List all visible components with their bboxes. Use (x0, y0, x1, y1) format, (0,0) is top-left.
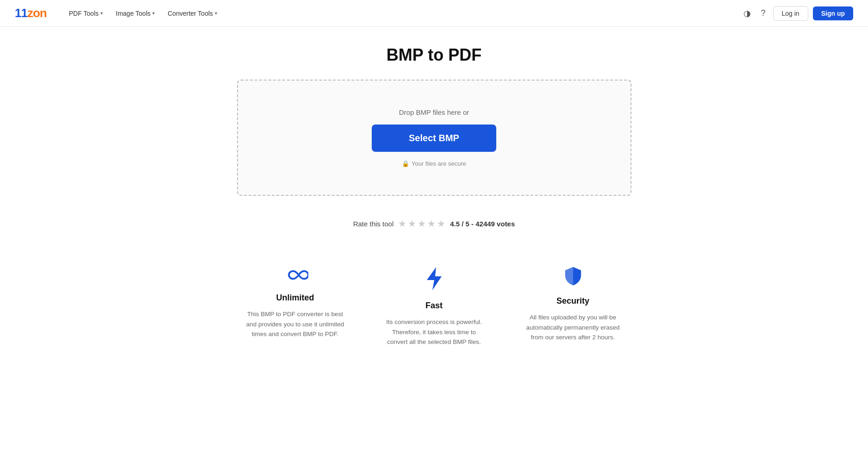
unlimited-title: Unlimited (276, 293, 314, 303)
login-button[interactable]: Log in (773, 6, 808, 21)
security-title: Security (556, 296, 589, 306)
nav-converter-tools[interactable]: Converter Tools ▾ (162, 6, 223, 21)
star-rating[interactable]: ★ ★ ★ ★ ★ (398, 218, 445, 229)
contrast-icon: ◑ (743, 8, 751, 19)
fast-title: Fast (425, 301, 443, 311)
chevron-down-icon: ▾ (215, 11, 217, 16)
features-section: Unlimited This BMP to PDF converter is b… (237, 257, 631, 366)
lock-icon: 🔒 (402, 160, 409, 167)
infinity-icon (282, 266, 308, 287)
chevron-down-icon: ▾ (100, 11, 103, 16)
navbar: 11zon PDF Tools ▾ Image Tools ▾ Converte… (0, 0, 868, 27)
drop-zone[interactable]: Drop BMP files here or Select BMP 🔒 Your… (237, 80, 631, 196)
page-title: BMP to PDF (237, 45, 631, 65)
star-1[interactable]: ★ (398, 218, 406, 229)
feature-fast: Fast Its conversion process is powerful.… (383, 266, 485, 347)
help-icon: ? (761, 8, 766, 18)
secure-text: 🔒 Your files are secure (402, 160, 466, 167)
star-2[interactable]: ★ (408, 218, 416, 229)
shield-icon (563, 266, 583, 290)
select-bmp-button[interactable]: Select BMP (372, 125, 496, 152)
fast-desc: Its conversion process is powerful. Ther… (383, 317, 485, 347)
nav-links: PDF Tools ▾ Image Tools ▾ Converter Tool… (63, 6, 741, 21)
unlimited-desc: This BMP to PDF converter is best and pr… (244, 309, 346, 339)
nav-image-tools[interactable]: Image Tools ▾ (110, 6, 160, 21)
drop-text: Drop BMP files here or (399, 108, 469, 116)
star-5[interactable]: ★ (437, 218, 445, 229)
nav-pdf-tools[interactable]: PDF Tools ▾ (63, 6, 108, 21)
help-button[interactable]: ? (758, 6, 768, 21)
rate-label: Rate this tool (353, 220, 394, 228)
feature-security: Security All files uploaded by you will … (522, 266, 624, 347)
star-4[interactable]: ★ (427, 218, 436, 229)
signup-button[interactable]: Sign up (813, 6, 853, 20)
feature-unlimited: Unlimited This BMP to PDF converter is b… (244, 266, 346, 347)
logo[interactable]: 11zon (15, 6, 47, 20)
security-desc: All files uploaded by you will be automa… (522, 312, 624, 343)
theme-toggle-button[interactable]: ◑ (741, 6, 754, 21)
nav-right: ◑ ? Log in Sign up (741, 6, 854, 21)
chevron-down-icon: ▾ (152, 11, 155, 16)
main-content: BMP to PDF Drop BMP files here or Select… (226, 27, 643, 384)
bolt-icon (426, 266, 443, 294)
rating-section: Rate this tool ★ ★ ★ ★ ★ 4.5 / 5 - 42449… (237, 218, 631, 229)
rating-value: 4.5 / 5 - 42449 votes (450, 220, 515, 228)
logo-text: 11zon (15, 6, 47, 20)
star-3[interactable]: ★ (418, 218, 426, 229)
